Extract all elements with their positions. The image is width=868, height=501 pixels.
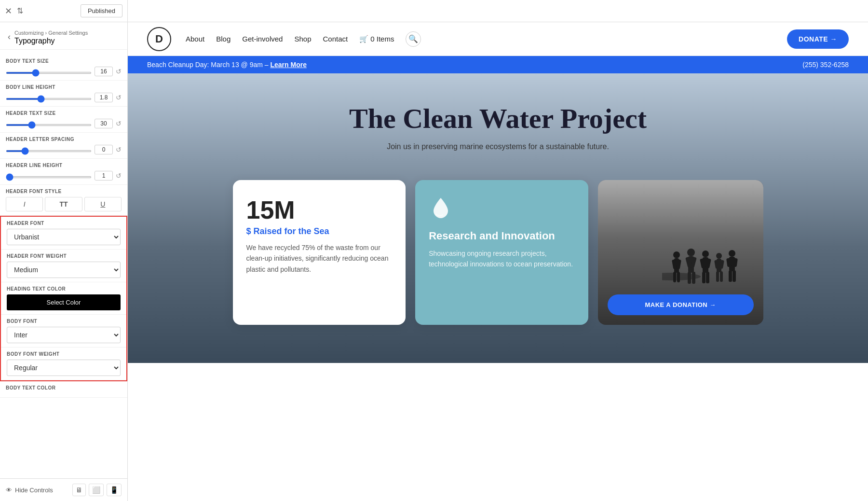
nav-link-blog[interactable]: Blog	[216, 35, 231, 43]
header-text-size-reset[interactable]: ↺	[116, 120, 122, 127]
header-text-size-group: HEADER TEXT SIZE ↺	[0, 107, 127, 133]
header-font-weight-select[interactable]: Thin Light Regular Medium Bold ExtraBold	[7, 262, 121, 278]
header-letter-spacing-label: HEADER LETTER SPACING	[6, 137, 122, 142]
header-font-label: HEADER FONT	[7, 221, 121, 226]
breadcrumb-path: Customizing › General Settings	[14, 30, 88, 36]
header-line-height-label: HEADER LINE HEIGHT	[6, 163, 122, 168]
back-button[interactable]: ‹	[8, 32, 11, 42]
svg-point-25	[729, 250, 735, 257]
nav-links: About Blog Get-involved Shop Contact 🛒 0…	[186, 31, 787, 47]
header-letter-spacing-group: HEADER LETTER SPACING ↺	[0, 133, 127, 159]
announcement-bar: Beach Cleanup Day: March 13 @ 9am – Lear…	[128, 56, 868, 73]
svg-rect-29	[729, 270, 732, 282]
card-stat-text: We have recycled 75% of the waste from o…	[246, 242, 393, 275]
donation-button[interactable]: MAKE A DONATION →	[608, 294, 754, 315]
header-font-style-label: HEADER FONT STYLE	[6, 189, 122, 194]
nav-search-button[interactable]: 🔍	[406, 31, 421, 47]
nav-logo: D	[147, 27, 171, 51]
header-text-size-value[interactable]	[95, 119, 113, 128]
card-feature-text: Showcasing ongoing research projects, te…	[429, 248, 575, 270]
font-style-row: I TT U	[6, 197, 122, 211]
nav-link-get-involved[interactable]: Get-involved	[242, 35, 283, 43]
main-layout: ‹ Customizing › General Settings Typogra…	[0, 22, 868, 501]
card-feature: Research and Innovation Showcasing ongoi…	[415, 180, 588, 325]
header-line-height-slider-container	[6, 171, 92, 180]
body-line-height-slider[interactable]	[6, 98, 92, 100]
cart-icon: 🛒	[359, 35, 368, 43]
header-text-size-slider-container	[6, 119, 92, 128]
section-title: Typography	[14, 37, 55, 45]
header-text-size-row: ↺	[6, 119, 122, 128]
preview-area: D About Blog Get-involved Shop Contact 🛒…	[128, 22, 868, 501]
silhouette-group	[662, 228, 749, 286]
header-letter-spacing-row: ↺	[6, 145, 122, 154]
desktop-view-button[interactable]: 🖥	[72, 484, 86, 496]
header-font-select[interactable]: Urbanist Inter Roboto Open Sans Lato	[7, 229, 121, 245]
header-font-weight-label: HEADER FONT WEIGHT	[7, 253, 121, 259]
header-line-height-group: HEADER LINE HEIGHT ↺	[0, 159, 127, 185]
body-font-weight-select[interactable]: Thin Light Regular Medium Bold	[7, 360, 121, 376]
nav-cart[interactable]: 🛒 0 Items	[359, 35, 394, 43]
body-text-size-reset[interactable]: ↺	[116, 68, 122, 75]
announcement-text: Beach Cleanup Day: March 13 @ 9am – Lear…	[147, 61, 307, 69]
card-stat-subtitle: $ Raised for the Sea	[246, 226, 393, 237]
underline-button[interactable]: U	[84, 197, 122, 211]
header-line-height-reset[interactable]: ↺	[116, 172, 122, 180]
italic-button[interactable]: I	[6, 197, 43, 211]
svg-point-19	[716, 253, 722, 259]
water-drop-icon	[429, 195, 575, 224]
body-line-height-row: ↺	[6, 93, 122, 102]
close-button[interactable]: ✕	[5, 6, 12, 16]
select-color-button[interactable]: Select Color	[7, 294, 121, 310]
view-buttons: 🖥 ⬜ 📱	[72, 484, 122, 496]
svg-point-7	[687, 249, 695, 256]
body-text-size-slider[interactable]	[6, 72, 92, 74]
body-text-color-group: BODY TEXT COLOR	[0, 381, 127, 398]
published-button[interactable]: Published	[81, 4, 122, 17]
nav-link-contact[interactable]: Contact	[323, 35, 348, 43]
body-line-height-reset[interactable]: ↺	[116, 94, 122, 101]
header-text-size-slider[interactable]	[6, 124, 92, 126]
svg-rect-11	[688, 272, 691, 284]
body-font-weight-group: BODY FONT WEIGHT Thin Light Regular Medi…	[1, 348, 126, 380]
nav-bar: D About Blog Get-involved Shop Contact 🛒…	[128, 22, 868, 56]
hide-controls-button[interactable]: 👁 Hide Controls	[6, 487, 53, 494]
header-letter-spacing-value[interactable]	[95, 145, 113, 154]
body-line-height-slider-container	[6, 93, 92, 102]
announcement-text-main: Beach Cleanup Day: March 13 @ 9am –	[147, 61, 269, 69]
sidebar-header: ‹ Customizing › General Settings Typogra…	[0, 22, 127, 50]
svg-rect-18	[706, 272, 709, 283]
heading-text-color-group: HEADING TEXT COLOR Select Color	[1, 282, 126, 315]
announcement-link[interactable]: Learn More	[270, 61, 306, 69]
body-font-label: BODY FONT	[7, 319, 121, 324]
body-line-height-value[interactable]	[95, 93, 113, 102]
swap-button[interactable]: ⇅	[17, 6, 23, 15]
svg-rect-23	[716, 271, 719, 282]
nav-link-about[interactable]: About	[186, 35, 204, 43]
smallcaps-button[interactable]: TT	[45, 197, 82, 211]
heading-text-color-label: HEADING TEXT COLOR	[7, 286, 121, 292]
mobile-view-button[interactable]: 📱	[107, 484, 122, 496]
top-bar-left: ✕ ⇅ Published	[0, 0, 128, 22]
card-stat: 15M $ Raised for the Sea We have recycle…	[233, 180, 406, 325]
hero-subtitle: Join us in preserving marine ecosystems …	[387, 142, 609, 151]
nav-link-shop[interactable]: Shop	[294, 35, 311, 43]
body-line-height-group: BODY LINE HEIGHT ↺	[0, 81, 127, 107]
body-font-weight-label: BODY FONT WEIGHT	[7, 351, 121, 357]
sidebar-breadcrumb: Customizing › General Settings Typograph…	[14, 28, 120, 45]
body-font-select[interactable]: Inter Urbanist Roboto Open Sans	[7, 327, 121, 343]
eye-icon: 👁	[6, 487, 12, 494]
header-font-group: HEADER FONT Urbanist Inter Roboto Open S…	[1, 217, 126, 250]
header-letter-spacing-reset[interactable]: ↺	[116, 146, 122, 153]
body-text-color-label: BODY TEXT COLOR	[6, 385, 122, 390]
header-line-height-value[interactable]	[95, 171, 113, 181]
header-letter-spacing-slider[interactable]	[6, 150, 92, 152]
header-font-style-group: HEADER FONT STYLE I TT U	[0, 185, 127, 216]
sidebar-bottom: 👁 Hide Controls 🖥 ⬜ 📱	[0, 478, 127, 501]
header-line-height-slider[interactable]	[6, 176, 92, 178]
nav-donate-button[interactable]: DONATE →	[787, 29, 849, 49]
card-feature-heading: Research and Innovation	[429, 230, 575, 242]
tablet-view-button[interactable]: ⬜	[89, 484, 104, 496]
body-text-size-value[interactable]	[95, 67, 113, 76]
header-letter-spacing-slider-container	[6, 145, 92, 154]
